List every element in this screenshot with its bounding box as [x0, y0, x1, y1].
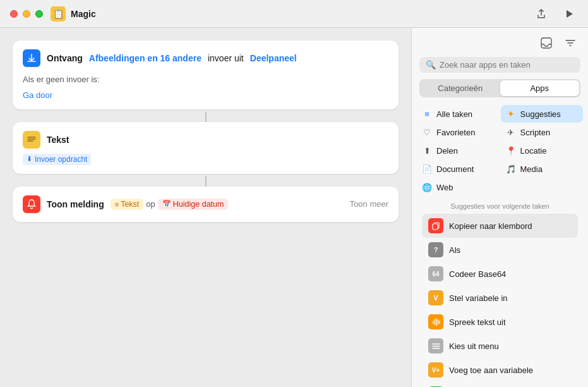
alle-taken-icon: ≡ [422, 109, 432, 119]
minimize-button[interactable] [23, 10, 30, 18]
app-icon: 📋 [51, 6, 66, 22]
suggestion-als[interactable]: ? Als [422, 238, 578, 262]
param-tekst[interactable]: ≡ Tekst [111, 199, 144, 210]
web-icon: 🌐 [422, 183, 432, 192]
suggestions-section: Suggesties voor volgende taken Kopieer n… [417, 202, 583, 387]
kies-menu-icon [428, 338, 443, 353]
fullscreen-button[interactable] [35, 10, 43, 18]
text-icon [23, 131, 40, 149]
invoer-badge-icon: ⬇ [27, 155, 32, 163]
cat-alle-taken[interactable]: ≡ Alle taken [417, 105, 500, 123]
suggestion-haal-url[interactable]: Haal inhoud van URL op [422, 382, 578, 387]
cat-locatie[interactable]: 📍 Locatie [501, 142, 584, 159]
cat-web[interactable]: 🌐 Web [417, 179, 500, 196]
connector-line-1 [205, 112, 207, 122]
cat-suggesties[interactable]: ✦ Suggesties [501, 105, 584, 123]
media-icon: 🎵 [506, 164, 516, 174]
suggestion-kopieer[interactable]: Kopieer naar klembord [422, 214, 578, 238]
cat-delen[interactable]: ⬆ Delen [417, 142, 500, 159]
share-icon[interactable] [532, 5, 550, 23]
cat-media[interactable]: 🎵 Media [501, 161, 584, 178]
search-bar: 🔍 [419, 57, 580, 73]
notif-icon [23, 195, 40, 213]
suggestion-stel-var[interactable]: V Stel variabele in [422, 286, 578, 310]
notif-params: ≡ Tekst op 📅 Huidige datum [111, 199, 344, 210]
receive-card: Ontvang Afbeeldingen en 16 andere invoer… [13, 40, 399, 109]
codeer-icon: 64 [428, 266, 443, 281]
suggestion-spreek[interactable]: Spreek tekst uit [422, 310, 578, 334]
play-icon[interactable] [560, 5, 578, 23]
search-input[interactable] [440, 60, 574, 70]
cat-scripten[interactable]: ✈ Scripten [501, 124, 584, 141]
receive-subtext: Als er geen invoer is: [23, 75, 388, 84]
sidebar: 🔍 Categorieën Apps ≡ Alle taken ✦ Sugges… [411, 28, 588, 387]
category-section: ≡ Alle taken ✦ Suggesties ♡ Favorieten ✈… [412, 105, 588, 387]
cat-document[interactable]: 📄 Document [417, 161, 500, 178]
connector-line-2 [205, 176, 207, 187]
traffic-lights [10, 10, 43, 18]
filter-icon[interactable] [561, 34, 579, 52]
stel-var-icon: V [428, 290, 443, 305]
main-content: Ontvang Afbeeldingen en 16 andere invoer… [0, 28, 588, 387]
suggestion-codeer[interactable]: 64 Codeer Base64 [422, 262, 578, 286]
notif-title: Toon melding [47, 199, 104, 209]
receive-title: Ontvang [47, 53, 83, 63]
categories-tab[interactable]: Categorieën [421, 80, 500, 96]
invoer-badge[interactable]: ⬇ Invoer opdracht [23, 154, 91, 165]
receive-input-label: invoer uit [208, 53, 244, 63]
delen-icon: ⬆ [422, 146, 432, 156]
apps-tab[interactable]: Apps [500, 80, 580, 96]
segmented-control: Categorieën Apps [419, 79, 580, 97]
ga-door-link[interactable]: Ga door [23, 90, 52, 100]
svg-marker-0 [567, 10, 573, 18]
text-card: Tekst ⬇ Invoer opdracht [13, 122, 399, 174]
category-grid: ≡ Alle taken ✦ Suggesties ♡ Favorieten ✈… [417, 105, 583, 196]
window-title: Magic [71, 9, 96, 19]
voeg-var-icon: V+ [428, 362, 443, 378]
close-button[interactable] [10, 10, 18, 18]
als-icon: ? [428, 242, 443, 257]
workflow-panel: Ontvang Afbeeldingen en 16 andere invoer… [0, 28, 411, 387]
cat-favorieten[interactable]: ♡ Favorieten [417, 124, 500, 141]
sidebar-toolbar [412, 28, 588, 57]
scripten-icon: ✈ [506, 128, 516, 137]
receive-icon [23, 49, 40, 67]
suggestion-voeg-var[interactable]: V+ Voeg toe aan variabele [422, 358, 578, 382]
title-actions [532, 5, 578, 23]
document-icon: 📄 [422, 164, 432, 174]
toon-meer-button[interactable]: Toon meer [350, 199, 388, 209]
suggestion-kies-menu[interactable]: Kies uit menu [422, 334, 578, 358]
favorieten-icon: ♡ [422, 128, 432, 137]
suggestions-label: Suggesties voor volgende taken [422, 202, 578, 210]
op-label: op [146, 199, 155, 209]
suggesties-icon: ✦ [506, 109, 516, 119]
receive-share-link[interactable]: Deelpaneel [250, 53, 297, 63]
text-title: Tekst [47, 135, 69, 145]
inbox-icon[interactable] [537, 34, 555, 52]
notif-card: Toon melding ≡ Tekst op 📅 Huidige datum … [13, 187, 399, 222]
search-icon: 🔍 [426, 60, 436, 70]
svg-rect-2 [433, 224, 438, 230]
spreek-icon [428, 314, 443, 329]
param-datum[interactable]: 📅 Huidige datum [158, 199, 229, 210]
kopieer-icon [428, 218, 443, 233]
title-bar: 📋 Magic [0, 0, 588, 28]
locatie-icon: 📍 [506, 146, 516, 156]
receive-images-link[interactable]: Afbeeldingen en 16 andere [89, 53, 201, 63]
